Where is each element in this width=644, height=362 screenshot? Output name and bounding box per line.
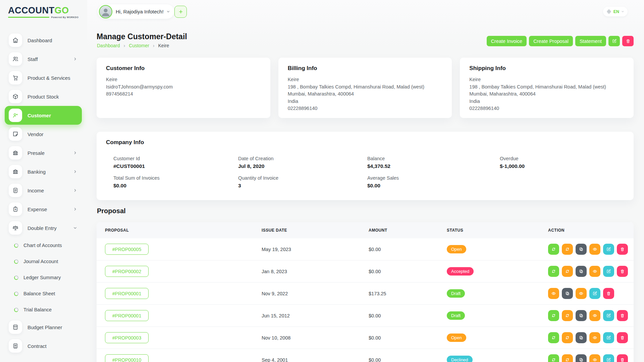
duplicate-action-button[interactable] [562, 266, 573, 277]
proposal-number-link[interactable]: #PROP00002 [105, 266, 149, 277]
view-action-button[interactable] [589, 354, 600, 362]
edit-action-button[interactable] [603, 310, 614, 321]
sidebar-item-staff[interactable]: Staff [5, 50, 82, 68]
breadcrumb-dashboard-link[interactable]: Dashboard [97, 43, 120, 48]
copy-action-button[interactable] [576, 244, 587, 255]
view-action-button[interactable] [589, 310, 600, 321]
convert-action-button[interactable] [548, 332, 559, 343]
cube-icon [9, 90, 22, 103]
sidebar-item-chart-of-accounts[interactable]: Chart of Accounts [0, 237, 87, 253]
sidebar-item-banking[interactable]: Banking [5, 162, 82, 181]
status-badge: Open [447, 334, 466, 342]
proposal-number-link[interactable]: #PROP00001 [105, 310, 149, 321]
preview-action-button[interactable] [548, 288, 559, 299]
card-title: Customer Info [106, 65, 261, 72]
edit-action-button[interactable] [603, 354, 614, 362]
copy-action-button[interactable] [576, 266, 587, 277]
proposal-number-link[interactable]: #PROP00005 [105, 244, 149, 255]
delete-action-button[interactable] [617, 332, 628, 343]
edit-action-button[interactable] [603, 244, 614, 255]
duplicate-action-button[interactable] [562, 332, 573, 343]
app-logo[interactable]: ACCOUNTGO Powered By WORKDO [8, 5, 78, 18]
copy-icon [579, 247, 584, 252]
duplicate-action-button[interactable] [562, 244, 573, 255]
delete-action-button[interactable] [617, 244, 628, 255]
view-action-button[interactable] [589, 244, 600, 255]
create-proposal-button[interactable]: Create Proposal [529, 36, 573, 46]
refresh-icon [551, 269, 556, 274]
chevron-down-icon [73, 226, 77, 230]
clipboard-dollar-icon [9, 202, 22, 216]
refresh-icon [551, 247, 556, 252]
edit-action-button[interactable] [603, 332, 614, 343]
sidebar-item-customer[interactable]: Customer [5, 106, 82, 125]
eye-icon [592, 313, 597, 318]
table-row: #PROP00005 May 19, 2023 $0.00 Open [97, 238, 634, 260]
delete-action-button[interactable] [617, 354, 628, 362]
row-actions [548, 354, 634, 362]
sidebar-item-budget-planner[interactable]: Budget Planner [5, 318, 82, 337]
copy-action-button[interactable] [576, 310, 587, 321]
delete-action-button[interactable] [617, 266, 628, 277]
create-invoice-button[interactable]: Create Invoice [487, 36, 527, 46]
convert-action-button[interactable] [548, 244, 559, 255]
double-entry-submenu: Chart of Accounts Journal Account Ledger… [0, 237, 87, 318]
table-row: #PROP00010 Sep 4, 2001 $0.00 Declined [97, 349, 634, 362]
issue-date-cell: Sep 4, 2001 [262, 357, 369, 362]
delete-customer-button[interactable] [622, 36, 634, 46]
field-total-sum-of-invoices: Total Sum of Invoices $0.00 [113, 175, 238, 189]
sidebar-item-contract[interactable]: Contract [5, 337, 82, 355]
trash-icon [620, 335, 625, 340]
copy-action-button[interactable] [562, 288, 573, 299]
sidebar-item-double-entry[interactable]: Double Entry [5, 219, 82, 237]
delete-action-button[interactable] [617, 310, 628, 321]
sidebar-item-product-services[interactable]: Product & Services [5, 68, 82, 87]
breadcrumb-customer-link[interactable]: Customer [129, 43, 149, 48]
convert-action-button[interactable] [548, 354, 559, 362]
refresh-icon [565, 357, 570, 362]
shipping-name: Keire [469, 76, 624, 83]
column-header-proposal: PROPOSAL [97, 228, 262, 233]
sidebar-item-dashboard[interactable]: Dashboard [5, 31, 82, 50]
proposal-number-link[interactable]: #PROP00010 [105, 354, 149, 362]
note-icon [9, 127, 22, 141]
sidebar-item-expense[interactable]: Expense [5, 200, 82, 219]
view-action-button[interactable] [589, 332, 600, 343]
sidebar-item-product-stock[interactable]: Product Stock [5, 87, 82, 106]
logo-underline [8, 17, 49, 18]
cart-icon [9, 71, 22, 84]
duplicate-action-button[interactable] [562, 310, 573, 321]
proposal-number-link[interactable]: #PROP00003 [105, 332, 149, 343]
submenu-bullet-icon [14, 243, 18, 248]
sidebar-item-ledger-summary[interactable]: Ledger Summary [0, 269, 87, 286]
pencil-icon [606, 313, 611, 318]
company-info-card: Company Info Customer Id #CUST00001 Date… [97, 132, 634, 200]
edit-action-button[interactable] [589, 288, 600, 299]
copy-action-button[interactable] [576, 354, 587, 362]
eye-icon [551, 291, 556, 296]
proposal-number-link[interactable]: #PROP00001 [105, 288, 149, 299]
table-row: #PROP00001 Nov 9, 2022 $173.25 Draft [97, 283, 634, 305]
sidebar-item-presale[interactable]: Presale [5, 143, 82, 162]
shipping-country: India [469, 98, 624, 105]
duplicate-action-button[interactable] [562, 354, 573, 362]
status-badge: Accepted [447, 267, 474, 276]
sidebar-item-vendor[interactable]: Vendor [5, 125, 82, 143]
breadcrumb-separator: › [124, 43, 125, 48]
view-action-button[interactable] [589, 266, 600, 277]
sidebar-item-journal-account[interactable]: Journal Account [0, 253, 87, 269]
convert-action-button[interactable] [548, 266, 559, 277]
statement-button[interactable]: Statement [575, 36, 606, 46]
copy-action-button[interactable] [576, 332, 587, 343]
sidebar-item-trial-balance[interactable]: Trial Balance [0, 302, 87, 318]
convert-action-button[interactable] [548, 310, 559, 321]
sidebar-item-income[interactable]: Income [5, 181, 82, 200]
view-action-button[interactable] [576, 288, 587, 299]
edit-customer-button[interactable] [608, 36, 620, 46]
delete-action-button[interactable] [603, 288, 614, 299]
sidebar-item-balance-sheet[interactable]: Balance Sheet [0, 286, 87, 302]
submenu-bullet-icon [14, 292, 18, 296]
status-badge: Declined [447, 356, 473, 362]
edit-action-button[interactable] [603, 266, 614, 277]
issue-date-cell: Nov 9, 2022 [262, 291, 369, 296]
